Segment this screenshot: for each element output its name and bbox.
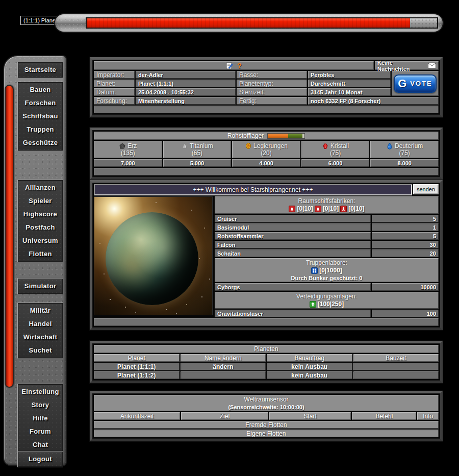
rocket-icon[interactable] [289,206,295,212]
shipyard-title: Raumschiffsfabriken: [298,197,355,205]
planet-link[interactable]: Planet (1:1:1) [94,363,180,370]
sidebar-item-geschuetze[interactable]: Geschütze [18,136,63,149]
planet-link[interactable]: Planet (1:1:2) [94,371,180,379]
mail-icon[interactable] [428,63,436,68]
defense-slot-count: [100|250] [318,300,344,308]
sidebar-group-logout: Logout [17,451,63,467]
info-panel: ? Keine Nachrichten Imperator: der-Adler… [90,57,443,117]
sidebar-item-schiffsbau[interactable]: Schiffsbau [18,110,63,123]
resource-capacity: (20) [261,149,271,157]
sidebar-item-universum[interactable]: Universum [18,234,63,247]
ship-count: 30 [372,241,439,248]
label-fertig: Fertig: [237,97,307,105]
rocket-icon[interactable] [340,206,347,212]
sidebar-item-story[interactable]: Story [18,398,63,412]
build-order-status: kein Ausbau [267,371,352,379]
resource-capacity: (75) [399,149,410,157]
sidebar-item-truppen[interactable]: Truppen [18,123,63,136]
sidebar-item-handel[interactable]: Handel [18,317,63,331]
sidebar-item-einstellung[interactable]: Einstellung [18,385,63,398]
planet-select-value[interactable]: (1:1:1) Planet [20,16,60,25]
value-planetentyp: Durchschnitt [308,80,391,87]
bunker-note: Durch Bunker geschützt: 0 [291,274,363,282]
resource-amount: 4.000 [232,159,300,167]
ship-name: Falcon [215,241,371,248]
sidebar: Startseite Bauen Forschen Schiffsbau Tru… [3,55,67,466]
sidebar-item-logout[interactable]: Logout [18,453,63,466]
rocket-icon[interactable] [315,206,321,212]
sidebar-item-spieler[interactable]: Spieler [18,194,63,208]
ship-name: Schaitan [215,249,371,257]
rename-cell [181,371,266,379]
sidebar-item-highscore[interactable]: Highscore [18,208,63,221]
col-start: Start [269,412,351,420]
messages-label: Keine Nachrichten [377,60,425,72]
col-befehl: Befehl [352,412,416,420]
troops-icon[interactable] [311,267,318,274]
sensor-title: Weltraumsensor [244,396,288,404]
sidebar-item-suchet[interactable]: Suchet [18,344,63,357]
progress-remainder [410,18,437,28]
ship-name: Basismodul [215,223,371,231]
resource-name: Legierungen [253,142,288,149]
label-planet: Planet: [94,80,135,87]
resource-kristall: Kristall (75) [301,141,370,158]
value-imperator: der-Adler [136,71,236,79]
resource-capacity: (65) [192,149,202,157]
defense-header: Verteidigungsanlagen: [100|250] [215,292,439,309]
spacer-bar [94,106,439,113]
send-button[interactable]: senden [413,184,439,194]
sidebar-item-chat[interactable]: Chat [18,438,63,452]
vote-area: G VOTE [392,71,439,96]
rename-link[interactable]: ändern [181,363,266,370]
overview-panel: +++ Willkommen bei Starshipranger.net ++… [90,180,443,330]
ship-name: Rohstoffsammler [215,232,371,240]
sidebar-group-build: Bauen Forschen Schiffsbau Truppen Geschü… [17,82,63,151]
resources-title-bar: Rohstofflager [94,132,439,140]
value-sternzeit: 3145 Jahr 10 Monat [308,88,391,96]
crystal-icon [322,142,329,149]
col-ziel: Ziel [181,412,268,420]
chat-message-input[interactable]: +++ Willkommen bei Starshipranger.net ++… [94,184,412,195]
ship-count: 5 [372,232,439,240]
planet-sphere [106,212,198,305]
sidebar-item-allianzen[interactable]: Allianzen [18,181,63,194]
sidebar-item-wirtschaft[interactable]: Wirtschaft [18,331,63,344]
build-order-status: kein Ausbau [267,363,352,370]
sidebar-item-hilfe[interactable]: Hilfe [18,412,63,425]
defense-title: Verteidigungsanlagen: [296,293,357,300]
sidebar-item-flotten[interactable]: Flotten [18,247,63,261]
sidebar-item-forschen[interactable]: Forschen [18,96,63,110]
sidebar-item-forum[interactable]: Forum [18,425,63,438]
table-row: Planet (1:1:2) kein Ausbau [94,371,439,379]
alloy-icon [245,142,252,149]
ship-slot-count: [0|10] [323,205,339,213]
build-time [353,363,439,370]
sidebar-item-bauen[interactable]: Bauen [18,83,63,96]
sidebar-item-militaer[interactable]: Militär [18,304,63,317]
question-icon[interactable]: ? [237,62,242,70]
troop-name: Cyborgs [215,283,371,291]
resource-amount: 6.000 [301,159,370,167]
document-edit-icon[interactable] [226,62,233,69]
sidebar-group-community: Allianzen Spieler Highscore Postfach Uni… [17,180,63,262]
sidebar-item-postfach[interactable]: Postfach [18,221,63,234]
sidebar-item-simulator[interactable]: Simulator [18,280,63,293]
starfield [94,197,95,198]
value-forschung: Minenherstellung [136,97,236,105]
sidebar-group-economy: Militär Handel Wirtschaft Suchet [17,303,63,359]
sidebar-group-misc: Einstellung Story Hilfe Forum Chat [17,384,63,453]
sidebar-item-startseite[interactable]: Startseite [18,63,63,77]
value-datum: 25.04.2008 - 10:55:32 [136,88,236,96]
sensor-panel: Weltraumsensor (Sensorreichweite: 10:00:… [90,391,443,441]
sidebar-red-stripe [5,85,14,388]
resource-amount: 8.000 [370,159,439,167]
vote-button[interactable]: G VOTE [394,74,437,93]
col-info: Info [417,412,439,420]
ship-slot-count: [0|10] [348,205,364,213]
titanium-icon [181,142,188,149]
foreign-fleets-row: Fremde Flotten [94,421,439,429]
defense-icon[interactable] [310,301,316,308]
progress-track [86,17,438,29]
planets-panel: Planeten Planet Name ändern Bauauftrag B… [90,341,443,383]
